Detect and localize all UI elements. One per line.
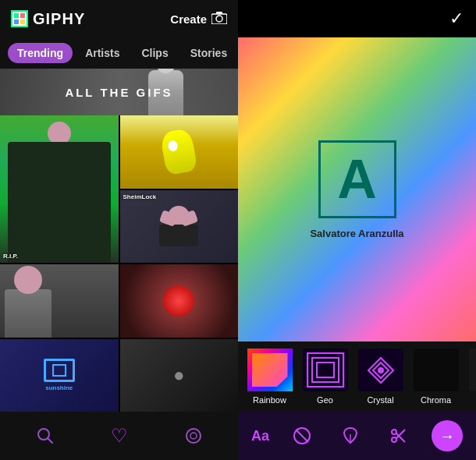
heart-icon[interactable]: ♡	[111, 425, 128, 447]
text-tool[interactable]: Aa	[251, 428, 269, 444]
svg-rect-2	[14, 19, 19, 24]
banner: ALL THE GIFS	[0, 69, 238, 115]
preview-canvas: A Salvatore Aranzulla	[238, 37, 476, 341]
svg-rect-3	[20, 19, 25, 24]
svg-point-9	[186, 429, 201, 443]
tab-trending[interactable]: Trending	[8, 43, 73, 63]
filter-lo-thumb	[469, 349, 477, 391]
filter-strip: Rainbow Geo Crystal	[238, 341, 476, 412]
tab-clips[interactable]: Clips	[132, 43, 177, 63]
header: GIPHY Create	[0, 0, 238, 37]
search-icon[interactable]	[37, 427, 54, 444]
filter-chroma-thumb	[414, 349, 459, 391]
left-panel: GIPHY Create Trending Artists Clips Stor	[0, 0, 238, 460]
logo-text: GIPHY	[33, 10, 85, 28]
preview-name: Salvatore Aranzulla	[310, 228, 403, 239]
filter-lo[interactable]: Lo	[466, 349, 476, 405]
preview-name-bold: Aranzulla	[358, 228, 404, 239]
tab-artists[interactable]: Artists	[76, 43, 129, 63]
svg-line-15	[296, 430, 308, 442]
svg-rect-0	[14, 13, 19, 18]
svg-rect-6	[216, 12, 222, 14]
banner-text: ALL THE GIFS	[65, 86, 172, 99]
list-item[interactable]: sunshine	[0, 339, 119, 412]
filter-rainbow-thumb	[247, 349, 293, 391]
logo-icon	[11, 10, 28, 27]
tab-stories[interactable]: Stories	[181, 43, 236, 63]
preview-letter: A	[337, 152, 377, 207]
circle-icon[interactable]	[185, 427, 202, 444]
left-toolbar: ♡	[0, 412, 238, 460]
filter-geo[interactable]: Geo	[300, 349, 350, 405]
list-item[interactable]	[0, 264, 119, 338]
filter-crystal-label: Crystal	[367, 395, 393, 405]
checkmark-button[interactable]: ✓	[449, 9, 464, 29]
filter-geo-label: Geo	[317, 395, 333, 405]
filter-chroma[interactable]: Chroma	[410, 349, 461, 405]
svg-rect-1	[20, 13, 25, 18]
filter-chroma-label: Chroma	[421, 395, 451, 405]
preview-letter-box: A	[318, 140, 396, 218]
svg-line-8	[48, 438, 52, 443]
arrow-icon: →	[439, 427, 455, 445]
list-item[interactable]: R.I.P.	[0, 115, 119, 263]
scissors-icon[interactable]	[383, 420, 414, 451]
create-label: Create	[170, 12, 207, 26]
right-header: ✓	[238, 0, 476, 37]
list-item[interactable]	[120, 264, 239, 338]
svg-point-5	[216, 16, 222, 22]
right-toolbar: Aa →	[238, 412, 476, 460]
camera-icon	[211, 12, 227, 27]
filter-crystal[interactable]: Crystal	[355, 349, 406, 405]
list-item[interactable]: ●	[120, 339, 239, 412]
filter-crystal-thumb	[358, 349, 403, 391]
list-item[interactable]	[120, 115, 239, 189]
gif-grid: R.I.P. SheimLock	[0, 115, 238, 412]
create-button[interactable]: Create	[170, 12, 227, 27]
filter-geo-thumb	[303, 349, 348, 391]
list-item[interactable]: SheimLock	[120, 190, 239, 264]
filter-rainbow[interactable]: Rainbow	[244, 349, 295, 405]
logo: GIPHY	[11, 10, 85, 28]
svg-point-13	[378, 367, 384, 373]
filter-rainbow-label: Rainbow	[253, 395, 286, 405]
gif-label: R.I.P.	[3, 253, 18, 260]
preview-name-prefix: Salvatore	[310, 228, 358, 239]
gif-label: SheimLock	[123, 193, 157, 200]
svg-point-10	[190, 433, 197, 439]
right-panel: ✓ A Salvatore Aranzulla Rainbow Geo	[238, 0, 476, 460]
leaf-icon[interactable]	[335, 420, 366, 451]
no-symbol-icon[interactable]	[286, 420, 318, 451]
arrow-button[interactable]: →	[432, 420, 463, 451]
tab-bar: Trending Artists Clips Stories Stic	[0, 37, 238, 69]
